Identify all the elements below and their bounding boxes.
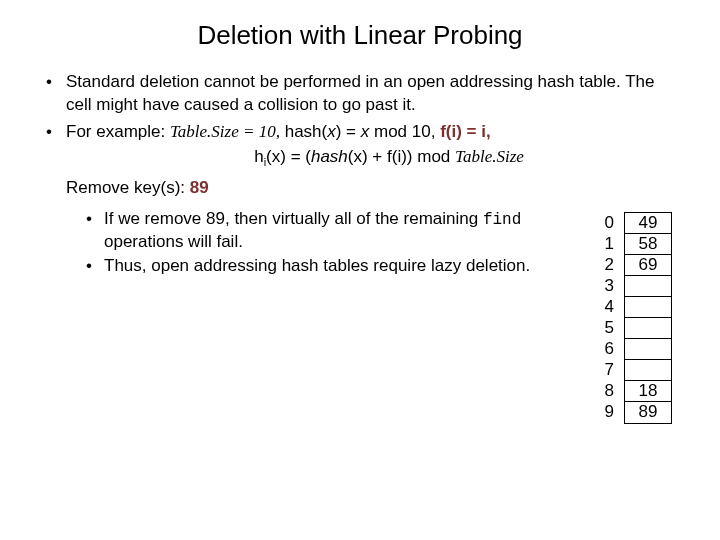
remove-line: Remove key(s): 89 (38, 178, 682, 198)
idx-8: 8 (605, 380, 616, 401)
b2-tablesize: Table.Size = 10, (170, 122, 280, 141)
f-hash: hash (311, 147, 348, 166)
cell-0: 49 (625, 213, 671, 234)
idx-4: 4 (605, 296, 616, 317)
sb1-c: operations will fail. (104, 232, 243, 251)
sub-bullet-1: If we remove 89, then virtually all of t… (86, 208, 585, 253)
idx-1: 1 (605, 233, 616, 254)
cell-9: 89 (625, 402, 671, 423)
cell-5 (625, 318, 671, 339)
sb1-a: If we remove 89, then virtually all of t… (104, 209, 483, 228)
idx-2: 2 (605, 254, 616, 275)
bullet-1: Standard deletion cannot be performed in… (38, 71, 682, 117)
sub-bullets: If we remove 89, then virtually all of t… (86, 208, 585, 424)
slide-title: Deletion with Linear Probing (38, 20, 682, 51)
cell-4 (625, 297, 671, 318)
f-d: (x) + f(i)) mod (348, 147, 455, 166)
b2-text-e: ) = (336, 122, 361, 141)
hash-table: 0 1 2 3 4 5 6 7 8 9 49 58 69 18 89 (605, 212, 672, 424)
f-tablesize: Table.Size (455, 147, 524, 166)
remove-label: Remove key(s): (66, 178, 190, 197)
f-h: h (254, 147, 263, 166)
b2-x1: x (327, 122, 336, 141)
b2-text-a: For example: (66, 122, 170, 141)
b2-x2: x (361, 122, 370, 141)
idx-9: 9 (605, 401, 616, 422)
idx-5: 5 (605, 317, 616, 338)
table-indices: 0 1 2 3 4 5 6 7 8 9 (605, 212, 616, 422)
lower-section: If we remove 89, then virtually all of t… (38, 208, 682, 424)
sub-bullet-2: Thus, open addressing hash tables requir… (86, 255, 585, 277)
b2-fi: f(i) = i, (440, 122, 491, 141)
bullet-2: For example: Table.Size = 10, hash(x) = … (38, 121, 682, 170)
b2-text-g: mod 10, (369, 122, 440, 141)
idx-6: 6 (605, 338, 616, 359)
cell-7 (625, 360, 671, 381)
sb1-find: find (483, 211, 521, 229)
idx-0: 0 (605, 212, 616, 233)
idx-7: 7 (605, 359, 616, 380)
b2-text-c: hash( (280, 122, 327, 141)
idx-3: 3 (605, 275, 616, 296)
remove-value: 89 (190, 178, 209, 197)
cell-8: 18 (625, 381, 671, 402)
f-b: (x) = ( (266, 147, 311, 166)
hash-formula: hi(x) = (hash(x) + f(i)) mod Table.Size (66, 146, 682, 170)
cell-3 (625, 276, 671, 297)
main-bullets: Standard deletion cannot be performed in… (38, 71, 682, 170)
cell-6 (625, 339, 671, 360)
table-cells: 49 58 69 18 89 (624, 212, 672, 424)
cell-2: 69 (625, 255, 671, 276)
cell-1: 58 (625, 234, 671, 255)
